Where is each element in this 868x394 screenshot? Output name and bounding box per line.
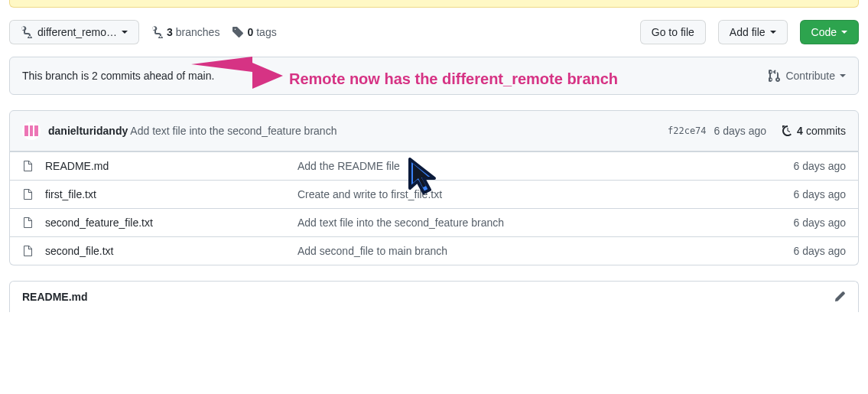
file-icon	[22, 245, 34, 257]
go-to-file-button[interactable]: Go to file	[640, 20, 706, 44]
tags-label: tags	[256, 26, 276, 38]
commits-count: 4	[797, 125, 803, 137]
commit-message[interactable]: Add text file into the second_feature br…	[130, 125, 336, 137]
branches-count: 3	[167, 26, 173, 38]
avatar[interactable]	[22, 122, 41, 140]
file-time[interactable]: 6 days ago	[794, 245, 847, 257]
file-list: README.mdAdd the README file6 days agofi…	[9, 151, 859, 265]
file-icon	[22, 160, 34, 172]
caret-down-icon	[770, 31, 776, 34]
commit-time[interactable]: 6 days ago	[714, 125, 767, 137]
file-name[interactable]: first_file.txt	[45, 188, 297, 200]
file-name[interactable]: second_file.txt	[45, 245, 297, 257]
commits-link[interactable]: 4 commits	[782, 125, 846, 137]
file-row: second_file.txtAdd second_file to main b…	[10, 236, 858, 265]
latest-commit-box: danielturidandy Add text file into the s…	[9, 110, 859, 151]
git-branch-icon	[21, 26, 33, 38]
readme-title[interactable]: README.md	[22, 291, 88, 303]
code-label: Code	[811, 24, 837, 40]
file-row: second_feature_file.txtAdd text file int…	[10, 208, 858, 236]
repo-action-row: different_remo… 3 branches 0 tags Go to …	[9, 20, 859, 44]
commit-hash[interactable]: f22ce74	[668, 125, 707, 136]
file-row: first_file.txtCreate and write to first_…	[10, 180, 858, 208]
git-branch-icon	[151, 26, 164, 38]
history-icon	[782, 125, 794, 137]
tags-link[interactable]: 0 tags	[232, 26, 276, 38]
caret-down-icon	[122, 31, 128, 34]
contribute-button[interactable]: Contribute	[769, 70, 846, 82]
readme-header: README.md	[9, 281, 859, 312]
git-pull-request-icon	[769, 70, 781, 82]
branches-label: branches	[176, 26, 220, 38]
file-row: README.mdAdd the README file6 days ago	[10, 151, 858, 180]
file-time[interactable]: 6 days ago	[794, 217, 847, 229]
branch-status-box: This branch is 2 commits ahead of main. …	[9, 57, 859, 95]
branches-link[interactable]: 3 branches	[151, 26, 219, 38]
alert-banner-strip	[9, 0, 859, 8]
file-icon	[22, 217, 34, 229]
caret-down-icon	[841, 31, 847, 34]
file-commit-msg[interactable]: Add the README file	[297, 160, 794, 172]
file-commit-msg[interactable]: Add text file into the second_feature br…	[297, 217, 794, 229]
file-icon	[22, 188, 34, 200]
tag-icon	[232, 26, 244, 38]
file-name[interactable]: README.md	[45, 160, 297, 172]
contribute-label: Contribute	[785, 70, 835, 82]
edit-readme-button[interactable]	[834, 291, 846, 303]
file-name[interactable]: second_feature_file.txt	[45, 217, 297, 229]
commit-author[interactable]: danielturidandy	[48, 125, 128, 137]
add-file-button[interactable]: Add file	[718, 20, 788, 44]
file-commit-msg[interactable]: Add second_file to main branch	[297, 245, 794, 257]
branch-status-text: This branch is 2 commits ahead of main.	[22, 70, 214, 82]
add-file-label: Add file	[730, 24, 766, 40]
branch-name-text: different_remo…	[37, 24, 117, 40]
file-time[interactable]: 6 days ago	[794, 160, 847, 172]
caret-down-icon	[840, 74, 846, 77]
code-button[interactable]: Code	[800, 20, 859, 44]
branch-selector-button[interactable]: different_remo…	[9, 20, 139, 44]
pencil-icon	[834, 291, 846, 303]
go-to-file-label: Go to file	[652, 24, 694, 40]
file-time[interactable]: 6 days ago	[794, 188, 847, 200]
tags-count: 0	[247, 26, 253, 38]
commits-label: commits	[806, 125, 846, 137]
file-commit-msg[interactable]: Create and write to first_file.txt	[297, 188, 794, 200]
